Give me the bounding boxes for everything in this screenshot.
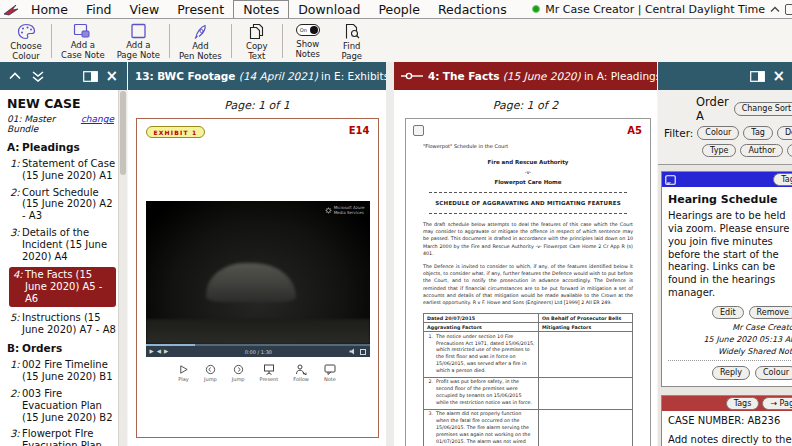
party-prosecution: Fire and Rescue Authority (423, 159, 633, 165)
sidebar-item-instructions[interactable]: 5: Instructions (15 June 2020) A7 - A8 (7, 312, 116, 336)
window-icon[interactable] (785, 4, 792, 15)
button-label: Notes (295, 49, 320, 59)
caselines-app: Home Find View Present Notes Download Pe… (0, 0, 792, 446)
filter-colour-button[interactable]: Colour (697, 126, 739, 140)
table-header-cell: On Behalf of Prosecutor Bells (538, 314, 632, 323)
viewer1-header: 13: BWC Footage (14 April 2021) in E: Ex… (128, 62, 386, 90)
chevron-up-icon[interactable] (770, 6, 780, 13)
dual-pane-icon[interactable] (750, 71, 765, 82)
sidebar-item-the-facts[interactable]: 4: The Facts (15 June 2020) A5 - A6 (9, 267, 116, 306)
reply-button[interactable]: Reply (712, 366, 750, 380)
colour-button[interactable]: Colour (755, 366, 792, 380)
play-icon (178, 364, 189, 375)
page-select-checkbox[interactable] (413, 125, 424, 136)
expand-all-icon[interactable] (32, 71, 44, 82)
facts-page: A5 "Flowerpot" Schedule in the Court Fir… (405, 118, 651, 446)
menu-item-find[interactable]: Find (77, 0, 121, 18)
add-page-note-button[interactable]: Add a Page Note (111, 20, 166, 62)
page-indicator: Page: 1 of 1 (128, 99, 386, 112)
case-index-body: NEW CASE 01: Master Bundle change A: Ple… (0, 90, 118, 446)
play-button[interactable]: Play (178, 364, 189, 382)
tags-button[interactable]: Tags (726, 397, 760, 411)
jump-forward-button[interactable]: Jump (232, 364, 245, 382)
menu-item-home[interactable]: Home (22, 0, 77, 18)
video-control-bar[interactable]: ▶ ◀ ▶ 0:00 / 1:30 (146, 344, 370, 357)
order-label: Order A (696, 95, 729, 123)
filter-document-button[interactable]: Document (777, 126, 792, 140)
button-label: Find (343, 41, 360, 51)
find-page-button[interactable]: Find Page (330, 20, 374, 62)
document-viewer-the-facts: 4: The Facts (15 June 2020) in A: Pleadi… (394, 62, 657, 446)
follow-button[interactable]: Follow (293, 364, 309, 382)
remove-button[interactable]: Remove (749, 306, 792, 320)
menu-item-notes[interactable]: Notes (233, 0, 289, 18)
note-author: Mr Case Creator (668, 322, 792, 334)
change-sort-order-button[interactable]: Change Sort Order (734, 102, 792, 116)
change-bundle-link[interactable]: change (81, 114, 116, 124)
show-notes-toggle[interactable]: On Show Notes (286, 20, 330, 62)
note-icon (324, 364, 336, 375)
video-player[interactable]: Microsoft AzureMedia Services ▶ ◀ ▶ 0:00… (146, 201, 370, 357)
add-case-note-button[interactable]: Add a Case Note (55, 20, 111, 62)
step-forward-icon[interactable]: ▶ (164, 349, 168, 355)
close-icon[interactable]: × (772, 69, 785, 84)
edit-button[interactable]: Edit (712, 306, 744, 320)
palette-icon (17, 23, 36, 40)
present-button[interactable]: Present (259, 364, 278, 382)
menu-item-present[interactable]: Present (168, 0, 233, 18)
choose-colour-button[interactable]: Choose Colour (4, 20, 48, 62)
filter-author-button[interactable]: Author (740, 144, 783, 158)
table-subheader-cell: Mitigating Factors (538, 323, 632, 332)
copy-icon (249, 23, 265, 40)
sidebar-item-details-of-incident[interactable]: 3: Details of the Incident (15 June 2020… (7, 227, 116, 262)
goto-page-button[interactable]: → Page (762, 397, 792, 411)
sidebar-item-statement-of-case[interactable]: 1: Statement of Case (15 June 2020) A1 (7, 158, 116, 182)
page-ref-a5: A5 (627, 125, 642, 136)
fullscreen-icon[interactable] (360, 349, 366, 355)
menu-item-view[interactable]: View (121, 0, 169, 18)
step-back-icon[interactable]: ◀ (157, 349, 161, 355)
filter-type-button[interactable]: Type (702, 144, 736, 158)
document-viewer-bwc-footage: 13: BWC Footage (14 April 2021) in E: Ex… (128, 62, 386, 446)
jump-forward-icon (233, 364, 244, 375)
sidebar-item-fire-timeline[interactable]: 1: 002 Fire Timeline (15 June 2020) B1 (7, 359, 116, 383)
menu-item-download[interactable]: Download (289, 0, 369, 18)
play-icon[interactable]: ▶ (150, 349, 154, 355)
dual-pane-icon[interactable] (83, 71, 98, 82)
button-label: Add a (126, 40, 150, 50)
filter-tag-button[interactable]: Tag (743, 126, 773, 140)
menu-item-people[interactable]: People (369, 0, 429, 18)
sidebar-item-fire-evacuation-plan[interactable]: 2: 003 Fire Evacuation Plan (15 June 202… (7, 388, 116, 423)
button-label: Case Note (61, 50, 105, 60)
close-icon[interactable]: × (105, 69, 118, 84)
menu-item-redactions[interactable]: Redactions (429, 0, 516, 18)
collapse-all-icon[interactable] (9, 72, 21, 80)
app-logo-icon[interactable] (0, 0, 22, 18)
scrollbar-thumb[interactable] (120, 91, 126, 175)
tags-button[interactable]: Tags (773, 173, 792, 187)
filter-date-button[interactable]: Date (787, 144, 792, 158)
button-label: Add a (71, 40, 95, 50)
panel-divider[interactable] (386, 62, 394, 446)
note-title: Hearing Schedule (668, 193, 792, 206)
filter-label: Filter: (664, 127, 693, 139)
video-progress-bar[interactable] (146, 344, 370, 346)
car-silhouette (206, 263, 296, 302)
copy-text-button[interactable]: Copy Text (235, 20, 279, 62)
jump-back-button[interactable]: Jump (204, 364, 217, 382)
note-card-case-number: Tags → Page CASE NUMBER: AB236 Add notes… (661, 395, 792, 446)
sidebar-item-court-schedule[interactable]: 2: Court Schedule (15 June 2020) A2 - A3 (7, 187, 116, 222)
volume-icon[interactable] (349, 348, 357, 355)
key-link-icon[interactable] (401, 71, 423, 81)
pen-icon (192, 23, 209, 40)
button-label: Page Note (117, 50, 160, 60)
sidebar-scrollbar[interactable] (118, 90, 127, 446)
notes-list: Tags Hearing Schedule Hearings are to be… (658, 164, 792, 446)
sidebar-item-flowerpot-fire-evacuation[interactable]: 3: Flowerpot FIre Evacuation Plan (15 Ju… (7, 428, 116, 446)
ribbon-divider (51, 24, 52, 58)
add-pen-notes-button[interactable]: Add Pen Notes (173, 20, 228, 62)
note-button[interactable]: Note (324, 364, 336, 382)
ribbon-divider (231, 24, 232, 58)
table-row: 1.The notice under section 10 Fire Preca… (424, 332, 633, 378)
azure-watermark: Microsoft AzureMedia Services (325, 205, 365, 215)
